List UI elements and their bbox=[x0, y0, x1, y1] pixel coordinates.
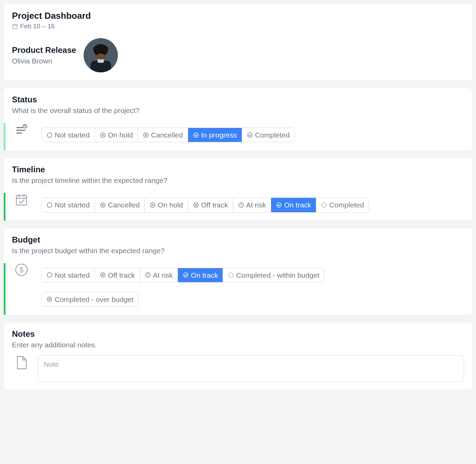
check-circle-filled-icon bbox=[276, 202, 282, 208]
budget-option-at-risk[interactable]: At risk bbox=[140, 268, 178, 282]
calendar-icon bbox=[12, 23, 18, 29]
timeline-options: Not startedCancelledOn holdOff trackAt r… bbox=[32, 193, 464, 212]
timeline-option-label: On track bbox=[284, 201, 311, 209]
notes-desc: Enter any additional notes. bbox=[12, 341, 464, 349]
calendar-check-icon bbox=[12, 193, 32, 206]
circle-icon bbox=[46, 132, 53, 138]
page-title: Project Dashboard bbox=[12, 11, 464, 21]
circle-icon bbox=[46, 272, 53, 278]
pause-icon bbox=[150, 202, 156, 208]
budget-option-label: Completed - within budget bbox=[236, 271, 319, 279]
status-list-icon bbox=[12, 123, 32, 136]
dollar-icon: $ bbox=[12, 263, 32, 277]
status-option-in-progress[interactable]: In progress bbox=[188, 128, 242, 142]
x-circle-icon bbox=[46, 296, 53, 302]
status-card: Status What is the overall status of the… bbox=[3, 88, 473, 151]
timeline-option-off-track[interactable]: Off track bbox=[188, 198, 233, 212]
pause-icon bbox=[100, 132, 106, 138]
budget-option-completed-over-budget[interactable]: Completed - over budget bbox=[42, 292, 138, 306]
avatar bbox=[84, 38, 118, 72]
timeline-option-label: On hold bbox=[158, 201, 183, 209]
budget-option-label: Completed - over budget bbox=[55, 295, 134, 304]
budget-card: Budget Is the project budget within the … bbox=[3, 228, 473, 315]
notes-card: Notes Enter any additional notes. bbox=[3, 322, 473, 390]
budget-indicator-bar bbox=[4, 263, 5, 315]
timeline-card: Timeline Is the project timeline within … bbox=[3, 158, 473, 221]
notes-input[interactable] bbox=[38, 355, 464, 382]
timeline-option-cancelled[interactable]: Cancelled bbox=[95, 198, 145, 212]
timeline-indicator-bar bbox=[4, 193, 5, 220]
budget-option-completed-within-budget[interactable]: Completed - within budget bbox=[223, 268, 324, 282]
gear-icon bbox=[228, 272, 234, 278]
person-name: Olivia Brown bbox=[12, 57, 76, 65]
budget-option-on-track[interactable]: On track bbox=[178, 268, 223, 282]
status-option-completed[interactable]: Completed bbox=[242, 128, 295, 142]
svg-rect-11 bbox=[13, 25, 17, 29]
check-circle-filled-icon bbox=[183, 272, 189, 278]
check-circle-icon bbox=[247, 132, 253, 138]
x-circle-icon bbox=[100, 202, 106, 208]
timeline-option-not-started[interactable]: Not started bbox=[42, 198, 95, 212]
header-card: Project Dashboard Feb 10 – 16 Product Re… bbox=[3, 3, 473, 81]
check-circle-filled-icon bbox=[193, 132, 199, 138]
timeline-option-completed[interactable]: Completed bbox=[316, 198, 369, 212]
status-option-not-started[interactable]: Not started bbox=[42, 128, 95, 142]
status-option-cancelled[interactable]: Cancelled bbox=[138, 128, 188, 142]
svg-text:$: $ bbox=[19, 265, 24, 274]
x-circle-icon bbox=[100, 272, 106, 278]
budget-option-label: Not started bbox=[55, 271, 90, 279]
x-circle-icon bbox=[143, 132, 149, 138]
circle-icon bbox=[46, 202, 53, 208]
budget-option-off-track[interactable]: Off track bbox=[95, 268, 140, 282]
timeline-option-on-hold[interactable]: On hold bbox=[145, 198, 188, 212]
gear-icon bbox=[321, 202, 327, 208]
status-indicator-bar bbox=[4, 123, 5, 150]
budget-option-label: On track bbox=[191, 271, 218, 279]
status-option-label: In progress bbox=[201, 131, 237, 139]
budget-option-not-started[interactable]: Not started bbox=[42, 268, 95, 282]
status-desc: What is the overall status of the projec… bbox=[12, 106, 464, 115]
status-title: Status bbox=[12, 95, 464, 104]
timeline-option-label: Not started bbox=[55, 201, 90, 209]
status-option-label: Not started bbox=[55, 131, 90, 139]
date-range-text: Feb 10 – 16 bbox=[20, 23, 55, 30]
timeline-title: Timeline bbox=[12, 165, 464, 174]
svg-rect-23 bbox=[16, 195, 27, 205]
notes-title: Notes bbox=[12, 329, 464, 339]
file-icon bbox=[12, 355, 29, 372]
timeline-option-label: At risk bbox=[246, 201, 266, 209]
budget-desc: Is the project budget within the expecte… bbox=[12, 247, 464, 255]
timeline-option-at-risk[interactable]: At risk bbox=[233, 198, 271, 212]
x-circle-icon bbox=[193, 202, 199, 208]
svg-point-22 bbox=[23, 124, 27, 129]
timeline-option-label: Completed bbox=[329, 201, 364, 209]
timeline-desc: Is the project timeline within the expec… bbox=[12, 176, 464, 185]
status-option-label: On hold bbox=[108, 131, 133, 139]
status-option-label: Completed bbox=[255, 131, 290, 139]
timeline-option-on-track[interactable]: On track bbox=[271, 198, 316, 212]
alert-icon bbox=[238, 202, 244, 208]
status-options: Not startedOn holdCancelledIn progressCo… bbox=[32, 123, 464, 142]
budget-option-label: Off track bbox=[108, 271, 135, 279]
budget-options: Not startedOff trackAt riskOn trackCompl… bbox=[32, 263, 464, 307]
timeline-option-label: Cancelled bbox=[108, 201, 140, 209]
date-row: Feb 10 – 16 bbox=[12, 23, 464, 30]
alert-icon bbox=[145, 272, 151, 278]
status-option-on-hold[interactable]: On hold bbox=[95, 128, 138, 142]
status-option-label: Cancelled bbox=[151, 131, 183, 139]
budget-title: Budget bbox=[12, 235, 464, 245]
budget-option-label: At risk bbox=[153, 271, 173, 279]
project-name: Product Release bbox=[12, 45, 76, 55]
timeline-option-label: Off track bbox=[201, 201, 228, 209]
